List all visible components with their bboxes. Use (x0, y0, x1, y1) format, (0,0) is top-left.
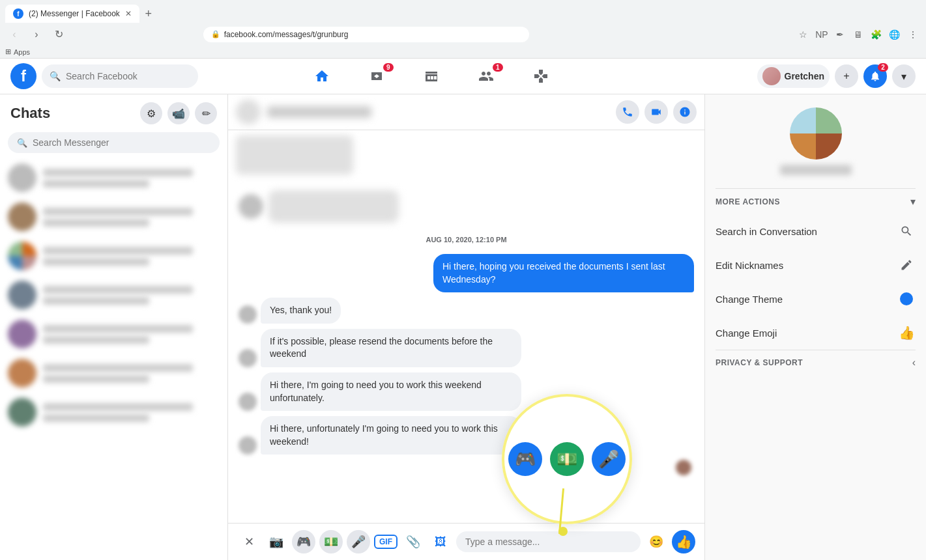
nav-home[interactable] (296, 61, 348, 92)
nav-marketplace[interactable] (405, 61, 457, 92)
right-panel: MORE ACTIONS ▾ Search in Conversation Ed… (704, 94, 926, 560)
more-actions-title: MORE ACTIONS (716, 197, 780, 206)
main-layout: Chats ⚙ 📹 ✏ 🔍 (0, 94, 926, 560)
sidebar-video-button[interactable]: 📹 (167, 102, 190, 124)
user-profile-chip[interactable]: Gretchen (757, 64, 830, 88)
sidebar-settings-button[interactable]: ⚙ (140, 102, 162, 124)
emoji-button[interactable]: 😊 (644, 530, 668, 553)
chat-header-name (267, 106, 371, 118)
image-button[interactable]: 🖼 (429, 530, 452, 553)
avatar (8, 203, 36, 231)
list-item[interactable] (0, 354, 227, 393)
extension-globe[interactable]: 🌐 (887, 27, 903, 42)
user-name: Gretchen (785, 71, 824, 81)
tab-close-button[interactable]: ✕ (125, 9, 132, 18)
reaction-avatar (676, 460, 691, 475)
nav-groups[interactable]: 1 (460, 61, 512, 92)
facebook-logo[interactable]: f (10, 63, 36, 89)
list-item[interactable] (0, 158, 227, 197)
message-row: Hi there, hoping you received the docume… (239, 254, 694, 292)
nav-gaming[interactable] (515, 61, 567, 92)
attach-button[interactable]: 📎 (401, 530, 425, 553)
games-button[interactable]: 🎮 (292, 530, 315, 553)
gif-button[interactable]: GIF (374, 535, 398, 549)
popup-dot (558, 527, 568, 536)
info-button[interactable] (673, 100, 697, 124)
url-text: facebook.com/messages/t/grunburg (224, 30, 349, 39)
back-button[interactable]: ‹ (5, 25, 23, 44)
cancel-button[interactable]: ✕ (237, 530, 261, 553)
watch-badge: 9 (383, 63, 394, 72)
apps-label: Apps (14, 48, 30, 56)
new-tab-button[interactable]: + (139, 5, 158, 23)
list-item[interactable] (0, 315, 227, 354)
browser-tab-active[interactable]: f (2) Messenger | Facebook ✕ (5, 5, 139, 23)
list-item[interactable] (0, 393, 227, 432)
search-input[interactable] (66, 71, 190, 81)
bookmark-button[interactable]: ☆ (796, 27, 811, 42)
popup-games-icon[interactable]: 🎮 (508, 442, 542, 476)
more-actions-section-header[interactable]: MORE ACTIONS ▾ (705, 189, 926, 214)
camera-button[interactable]: 📷 (265, 530, 288, 553)
chat-name (43, 325, 193, 333)
chat-name (43, 208, 193, 216)
message-bubble-received: Hi there, unfortunately I'm going to nee… (261, 416, 521, 455)
sender-avatar (239, 436, 257, 455)
extension-pen[interactable]: ✒ (832, 27, 848, 42)
chat-item-info (43, 169, 220, 188)
facebook-search-box[interactable]: 🔍 (42, 64, 198, 88)
video-call-button[interactable] (644, 100, 668, 124)
sidebar-search: 🔍 (0, 132, 227, 158)
chat-preview (43, 297, 149, 305)
url-bar[interactable]: 🔒 facebook.com/messages/t/grunburg (203, 27, 529, 42)
right-panel-avatar (790, 107, 842, 160)
nav-watch[interactable]: 9 (351, 61, 403, 92)
extension-np[interactable]: NP (814, 27, 830, 42)
right-panel-profile (705, 94, 926, 188)
account-menu-button[interactable]: ▾ (892, 64, 916, 88)
privacy-support-section-header[interactable]: PRIVACY & SUPPORT ‹ (705, 350, 926, 375)
popup-pay-icon[interactable]: 💵 (550, 442, 584, 476)
date-divider: AUG 10, 2020, 12:10 PM (239, 236, 694, 244)
sidebar-actions: ⚙ 📹 ✏ (140, 102, 217, 124)
extension-monitor[interactable]: 🖥 (850, 27, 866, 42)
refresh-button[interactable]: ↻ (50, 25, 68, 44)
change-theme-item[interactable]: Change Theme (705, 282, 926, 316)
privacy-support-title: PRIVACY & SUPPORT (716, 358, 803, 367)
avatar (8, 242, 36, 270)
sidebar-header: Chats ⚙ 📹 ✏ (0, 94, 227, 132)
sidebar-search-box[interactable]: 🔍 (8, 132, 220, 153)
tab-title: (2) Messenger | Facebook (29, 9, 120, 18)
notifications-button[interactable]: 2 (863, 64, 887, 88)
pay-button[interactable]: 💵 (319, 530, 343, 553)
forward-button[interactable]: › (27, 25, 46, 44)
list-item[interactable] (0, 236, 227, 275)
like-button[interactable]: 👍 (672, 530, 695, 553)
privacy-support-chevron: ‹ (912, 357, 916, 369)
menu-button[interactable]: ⋮ (905, 27, 921, 42)
sidebar: Chats ⚙ 📹 ✏ 🔍 (0, 94, 228, 560)
chat-name (43, 286, 193, 294)
list-item[interactable] (0, 275, 227, 315)
popup-voice-icon[interactable]: 🎤 (592, 442, 626, 476)
messenger-search-input[interactable] (33, 137, 210, 148)
sender-avatar (239, 349, 257, 367)
blurred-header-content (239, 190, 694, 223)
message-bubble-sent: Hi there, hoping you received the docume… (433, 254, 694, 292)
phone-call-button[interactable] (616, 100, 639, 124)
sidebar-compose-button[interactable]: ✏ (195, 102, 217, 124)
edit-nicknames-label: Edit Nicknames (716, 260, 783, 271)
edit-nicknames-item[interactable]: Edit Nicknames (705, 248, 926, 282)
create-button[interactable]: + (835, 64, 858, 88)
list-item[interactable] (0, 197, 227, 236)
sender-avatar (239, 305, 257, 324)
chat-name (43, 403, 193, 411)
change-emoji-item[interactable]: Change Emoji 👍 (705, 316, 926, 350)
search-in-conversation-item[interactable]: Search in Conversation (705, 214, 926, 248)
message-input[interactable] (456, 531, 641, 552)
voice-button[interactable]: 🎤 (347, 530, 370, 553)
chat-header (228, 94, 704, 130)
chat-area: AUG 10, 2020, 12:10 PM Hi there, hoping … (228, 94, 704, 560)
extension-puzzle[interactable]: 🧩 (869, 27, 884, 42)
chat-header-avatar (236, 100, 261, 124)
